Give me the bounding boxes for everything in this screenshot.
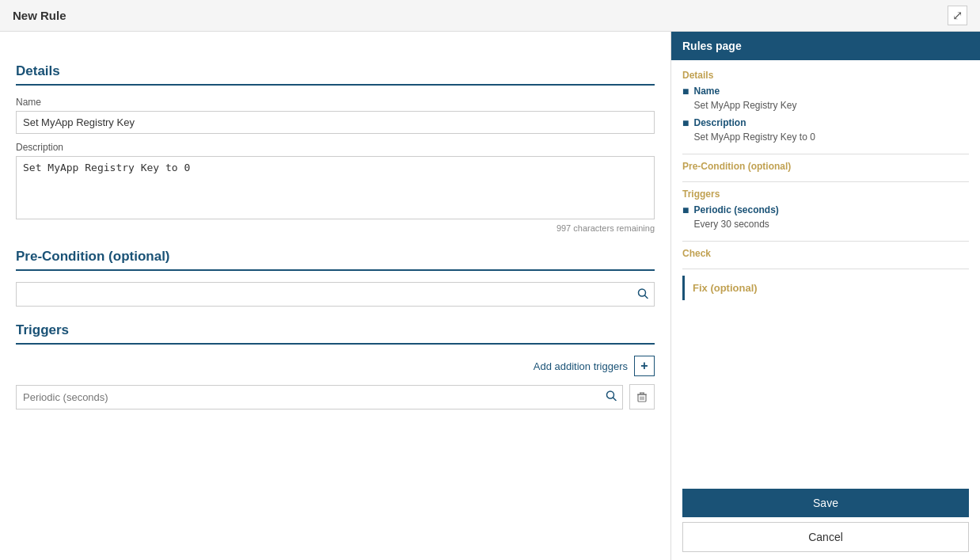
rules-content: Details ■ Name Set MyApp Registry Key ■ … xyxy=(671,60,980,481)
delete-trigger-button[interactable] xyxy=(629,384,655,410)
rules-details-section: Details ■ Name Set MyApp Registry Key ■ … xyxy=(682,70,969,144)
divider-3 xyxy=(682,241,969,242)
cancel-button[interactable]: Cancel xyxy=(682,522,969,552)
rules-page-title: Rules page xyxy=(682,40,742,52)
search-icon xyxy=(606,390,617,402)
search-icon xyxy=(637,288,648,299)
rules-name-content: Name Set MyApp Registry Key xyxy=(693,84,796,112)
rules-fix-section: Fix (optional) xyxy=(682,276,969,300)
precondition-section: Pre-Condition (optional) xyxy=(16,249,655,307)
rules-bullet-name: ■ xyxy=(682,84,689,100)
details-section-title: Details xyxy=(16,63,655,86)
trigger-input-wrapper xyxy=(16,385,623,410)
svg-line-3 xyxy=(613,398,617,401)
trigger-search-icon-btn[interactable] xyxy=(606,390,617,404)
rules-check-title: Check xyxy=(682,248,969,259)
name-label: Name xyxy=(16,97,655,108)
triggers-section-title: Triggers xyxy=(16,322,655,345)
details-section: Details Name Description Set MyApp Regis… xyxy=(16,63,655,233)
add-trigger-button[interactable]: + xyxy=(634,356,655,376)
name-input[interactable] xyxy=(16,111,655,134)
divider-1 xyxy=(682,154,969,154)
trash-icon xyxy=(636,391,648,402)
trigger-input[interactable] xyxy=(16,385,623,410)
precondition-search-wrapper xyxy=(16,282,655,307)
precondition-search-icon-btn[interactable] xyxy=(637,288,648,301)
rules-precondition-section: Pre-Condition (optional) xyxy=(682,161,969,172)
left-panel: Details Name Description Set MyApp Regis… xyxy=(0,32,671,560)
triggers-header: Add addition triggers + xyxy=(16,356,655,376)
rules-name-value: Set MyApp Registry Key xyxy=(693,100,796,111)
rules-description-label: Description xyxy=(693,117,746,128)
rules-description-value: Set MyApp Registry Key to 0 xyxy=(693,131,815,143)
rules-page-header: Rules page xyxy=(671,32,980,60)
rules-description-content: Description Set MyApp Registry Key to 0 xyxy=(693,116,815,144)
rules-name-item: ■ Name Set MyApp Registry Key xyxy=(682,84,969,112)
trigger-row xyxy=(16,384,655,410)
description-label: Description xyxy=(16,142,655,153)
rules-triggers-title: Triggers xyxy=(682,189,969,200)
rules-description-item: ■ Description Set MyApp Registry Key to … xyxy=(682,116,969,144)
rules-trigger-label: Periodic (seconds) xyxy=(693,204,778,215)
rules-footer: Save Cancel xyxy=(671,481,980,560)
svg-line-1 xyxy=(645,295,648,299)
add-trigger-label[interactable]: Add addition triggers xyxy=(534,360,628,372)
precondition-search-input[interactable] xyxy=(16,282,655,307)
triggers-section: Triggers Add addition triggers + xyxy=(16,322,655,410)
rules-trigger-value: Every 30 seconds xyxy=(693,219,769,230)
page-title: New Rule xyxy=(13,9,66,22)
divider-2 xyxy=(682,181,969,182)
rules-trigger-content: Periodic (seconds) Every 30 seconds xyxy=(693,203,778,231)
rules-details-title: Details xyxy=(682,70,969,81)
page-header: New Rule ⤢ xyxy=(0,0,980,32)
right-panel: Rules page Details ■ Name Set MyApp Regi… xyxy=(671,32,980,560)
rules-bullet-trigger: ■ xyxy=(682,203,689,219)
divider-4 xyxy=(682,269,969,269)
save-button[interactable]: Save xyxy=(682,489,969,517)
rules-triggers-item: ■ Periodic (seconds) Every 30 seconds xyxy=(682,203,969,231)
chars-remaining: 997 characters remaining xyxy=(16,223,655,233)
rules-bullet-description: ■ xyxy=(682,116,689,131)
rules-fix-title: Fix (optional) xyxy=(693,282,758,294)
rules-name-label: Name xyxy=(693,86,720,97)
description-input[interactable]: Set MyApp Registry Key to 0 xyxy=(16,156,655,219)
rules-triggers-section: Triggers ■ Periodic (seconds) Every 30 s… xyxy=(682,189,969,231)
precondition-section-title: Pre-Condition (optional) xyxy=(16,249,655,271)
rules-check-section: Check xyxy=(682,248,969,259)
expand-button[interactable]: ⤢ xyxy=(948,6,967,25)
main-container: Details Name Description Set MyApp Regis… xyxy=(0,32,980,560)
rules-precondition-title: Pre-Condition (optional) xyxy=(682,161,969,172)
